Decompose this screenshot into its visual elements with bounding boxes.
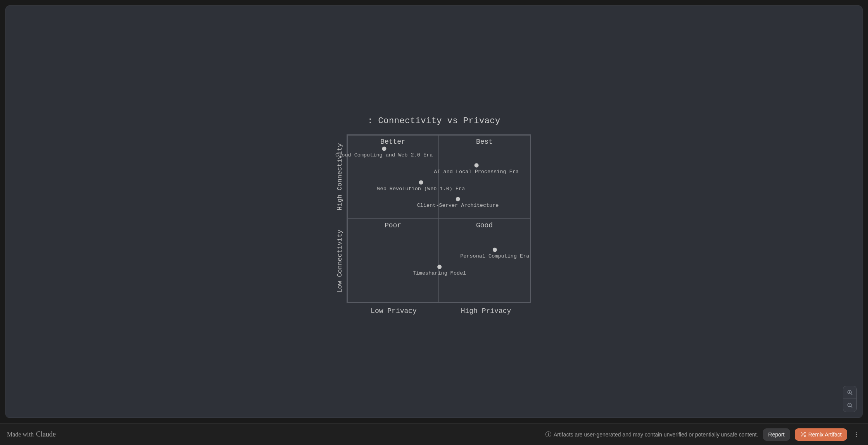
point-dot	[419, 180, 423, 184]
remix-artifact-button[interactable]: Remix Artifact	[795, 428, 847, 441]
quad-label-poor: Poor	[348, 222, 438, 229]
artifact-panel: : Connectivity vs Privacy High Connectiv…	[5, 5, 863, 418]
svg-line-5	[851, 406, 852, 407]
svg-line-1	[851, 393, 852, 394]
data-point[interactable]: Timesharing Model	[413, 265, 466, 276]
made-with-claude[interactable]: Made with Claude	[7, 430, 56, 438]
point-label: Personal Computing Era	[460, 253, 529, 259]
data-point[interactable]: Client-Server Architecture	[417, 197, 499, 208]
chart-title: : Connectivity vs Privacy	[336, 116, 532, 126]
point-label: Web Revolution (Web 1.0) Era	[377, 186, 465, 191]
info-icon: i	[545, 431, 551, 437]
zoom-out-button[interactable]	[843, 399, 856, 412]
claude-brand: Claude	[36, 430, 56, 438]
disclaimer-text: Artifacts are user-generated and may con…	[554, 431, 758, 438]
svg-point-8	[856, 434, 857, 435]
data-point[interactable]: Web Revolution (Web 1.0) Era	[377, 180, 465, 191]
point-dot	[474, 163, 478, 168]
app-frame: : Connectivity vs Privacy High Connectiv…	[0, 0, 868, 423]
shuffle-icon	[800, 431, 806, 437]
zoom-out-icon	[847, 402, 853, 409]
svg-point-9	[856, 436, 857, 436]
x-label-low: Low Privacy	[348, 307, 440, 315]
made-with-label: Made with	[7, 431, 34, 438]
point-label: Timesharing Model	[413, 270, 466, 276]
zoom-controls	[843, 386, 857, 412]
data-point[interactable]: Personal Computing Era	[460, 248, 529, 259]
point-dot	[456, 197, 460, 201]
point-dot	[437, 265, 442, 269]
quadrant-chart: : Connectivity vs Privacy High Connectiv…	[336, 108, 532, 315]
quad-label-better: Better	[348, 138, 438, 146]
x-axis: Low Privacy High Privacy	[348, 307, 532, 315]
quadrant-grid: Better Best Poor Good Cloud Computing an…	[347, 134, 531, 303]
more-options-button[interactable]	[852, 428, 861, 441]
quad-label-best: Best	[439, 138, 530, 146]
data-point[interactable]: Cloud Computing and Web 2.0 Era	[335, 146, 433, 158]
point-label: Cloud Computing and Web 2.0 Era	[335, 152, 433, 158]
zoom-in-button[interactable]	[843, 386, 856, 399]
quadrant-bottom-left: Poor	[347, 219, 439, 302]
point-label: AI and Local Processing Era	[434, 169, 519, 175]
more-vertical-icon	[853, 431, 859, 438]
x-label-high: High Privacy	[440, 307, 532, 315]
footer-bar: Made with Claude i Artifacts are user-ge…	[0, 423, 868, 445]
chart-area: High Connectivity Low Connectivity Bette…	[336, 134, 532, 303]
point-label: Client-Server Architecture	[417, 203, 499, 208]
y-axis: High Connectivity Low Connectivity	[336, 134, 343, 303]
data-point[interactable]: AI and Local Processing Era	[434, 163, 519, 175]
remix-label: Remix Artifact	[808, 431, 842, 438]
point-dot	[493, 248, 497, 252]
y-label-low: Low Connectivity	[336, 219, 343, 303]
disclaimer: i Artifacts are user-generated and may c…	[545, 431, 758, 438]
point-dot	[382, 146, 386, 151]
zoom-in-icon	[847, 389, 853, 396]
footer-right: i Artifacts are user-generated and may c…	[545, 428, 861, 441]
quad-label-good: Good	[439, 222, 530, 229]
svg-point-7	[856, 432, 857, 433]
quadrant-bottom-right: Good	[439, 219, 530, 302]
report-button[interactable]: Report	[763, 428, 790, 441]
